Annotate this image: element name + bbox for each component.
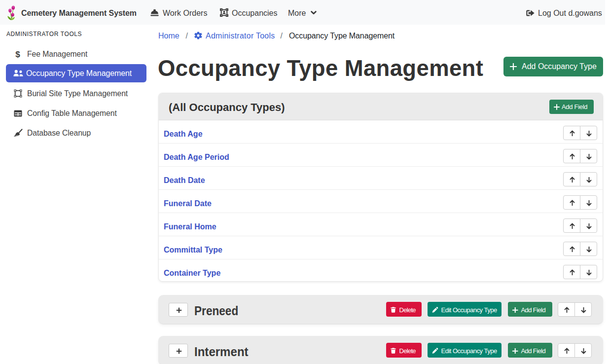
svg-text:$: $ xyxy=(15,50,20,59)
